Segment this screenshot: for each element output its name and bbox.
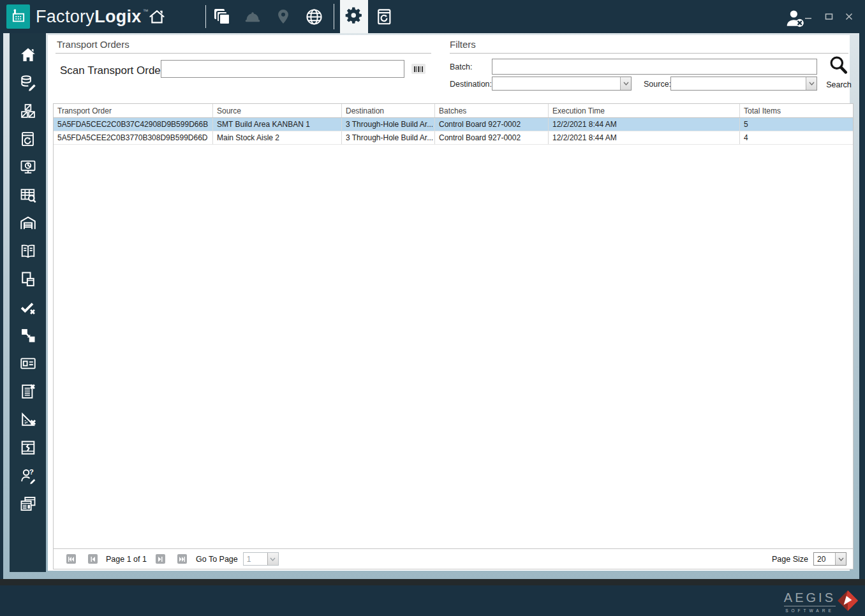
damaged-box-icon[interactable]	[19, 439, 37, 457]
table-row[interactable]: 5A5FDA5CEC2C0B37C42908D9B599D66B SMT Bui…	[54, 118, 853, 131]
aegis-brand-text: AEGIS	[784, 590, 836, 606]
column-header-transport-order[interactable]: Transport Order	[54, 104, 213, 117]
close-button[interactable]	[842, 10, 856, 24]
footer-bar: AEGIS SOFTWARE	[0, 585, 865, 616]
batch-filter-label: Batch:	[450, 62, 472, 71]
ruler-remove-icon[interactable]	[19, 411, 37, 429]
table-row[interactable]: 5A5FDA5CEE2C0B3770B308D9B599D66D Main St…	[54, 131, 853, 145]
chevron-down-icon	[806, 77, 817, 90]
cell-total-items: 4	[740, 131, 853, 144]
column-header-total-items[interactable]: Total Items	[740, 104, 853, 117]
column-header-destination[interactable]: Destination	[342, 104, 435, 117]
book-icon[interactable]	[19, 242, 37, 260]
minimize-button[interactable]	[801, 10, 815, 24]
documents-icon[interactable]	[19, 270, 37, 288]
report-windows-icon[interactable]	[19, 495, 37, 513]
factory-icon	[10, 6, 27, 27]
window-controls	[801, 0, 856, 33]
settings-gear-button-selected[interactable]	[340, 0, 368, 33]
check-reject-icon[interactable]	[19, 298, 37, 316]
transport-orders-rule	[55, 53, 431, 54]
next-page-button[interactable]	[156, 554, 165, 564]
source-filter-value	[671, 77, 806, 90]
transfer-icon[interactable]	[19, 326, 37, 344]
barcode-icon	[411, 64, 425, 74]
cell-batches: Control Board 927-0002	[435, 118, 549, 131]
source-filter-label: Source:	[644, 80, 671, 89]
database-restore-icon[interactable]	[19, 130, 37, 148]
aegis-tagline-text: SOFTWARE	[784, 608, 836, 613]
home-icon[interactable]	[147, 6, 167, 27]
go-to-page-label: Go To Page	[196, 555, 238, 564]
user-question-icon[interactable]: ?	[19, 467, 37, 485]
transport-orders-title: Transport Orders	[57, 39, 129, 50]
footer-shadow-strip	[0, 579, 865, 585]
batch-filter-input[interactable]	[492, 59, 817, 75]
grid-header-row: Transport Order Source Destination Batch…	[54, 104, 853, 118]
home-icon[interactable]	[19, 46, 37, 64]
id-card-icon[interactable]	[19, 355, 37, 372]
left-sidebar: ?	[10, 33, 46, 572]
scan-transport-order-input[interactable]	[161, 60, 404, 78]
transport-orders-grid: Transport Order Source Destination Batch…	[53, 103, 854, 569]
aegis-logo: AEGIS SOFTWARE	[784, 590, 836, 613]
destination-filter-select[interactable]	[492, 77, 632, 91]
column-header-execution-time[interactable]: Execution Time	[549, 104, 740, 117]
svg-text:?: ?	[29, 467, 33, 476]
chevron-down-icon	[267, 553, 278, 565]
search-button[interactable]: Search	[824, 54, 854, 89]
filters-title: Filters	[450, 39, 476, 50]
globe-icon[interactable]	[304, 6, 324, 27]
destination-filter-label: Destination:	[450, 80, 492, 89]
app-title-bold: Logix	[94, 7, 142, 27]
cell-destination: 3 Through-Hole Build Ar...	[342, 131, 435, 144]
main-panel: Transport Orders Filters Scan Transport …	[48, 35, 850, 571]
database-restore-icon[interactable]	[374, 6, 394, 27]
search-button-label: Search	[826, 80, 852, 89]
crates-icon[interactable]	[19, 102, 37, 120]
last-page-button[interactable]	[177, 554, 187, 564]
location-pin-icon[interactable]	[273, 6, 293, 27]
table-search-icon[interactable]	[19, 186, 37, 204]
source-filter-select[interactable]	[670, 77, 817, 91]
column-header-batches[interactable]: Batches	[435, 104, 549, 117]
first-page-button[interactable]	[66, 554, 76, 564]
column-header-source[interactable]: Source	[213, 104, 342, 117]
toolbar-divider	[205, 5, 206, 28]
layers-icon[interactable]	[212, 6, 232, 27]
database-edit-icon[interactable]	[19, 74, 37, 92]
aegis-diamond-icon	[837, 589, 859, 615]
dashboard-monitor-icon[interactable]	[19, 158, 37, 176]
page-indicator: Page 1 of 1	[106, 555, 147, 564]
go-to-page-select[interactable]: 1	[243, 552, 279, 566]
previous-page-button[interactable]	[88, 554, 98, 564]
search-icon	[827, 54, 850, 80]
destination-filter-value	[492, 77, 620, 90]
cell-execution-time: 12/2/2021 8:44 AM	[549, 118, 740, 131]
factorylogix-logo	[6, 4, 30, 29]
cell-destination: 3 Through-Hole Build Ar...	[342, 118, 435, 131]
go-to-page-value: 1	[244, 553, 267, 565]
gear-icon	[344, 6, 364, 27]
page-size-select[interactable]: 20	[813, 552, 847, 566]
cell-transport-order: 5A5FDA5CEE2C0B3770B308D9B599D66D	[54, 131, 213, 144]
cell-source: SMT Build Area KANBAN 1	[213, 118, 342, 131]
app-title: FactoryLogix™	[36, 0, 149, 33]
app-title-light: Factory	[36, 7, 94, 27]
cell-transport-order: 5A5FDA5CEC2C0B37C42908D9B599D66B	[54, 118, 213, 131]
toolbar-divider	[334, 4, 334, 29]
cell-batches: Control Board 927-0002	[435, 131, 549, 144]
warehouse-icon[interactable]	[19, 214, 37, 232]
scan-transport-order-label: Scan Transport Order:	[60, 64, 167, 77]
chevron-down-icon	[620, 77, 631, 90]
maximize-button[interactable]	[822, 10, 836, 24]
page-size-label: Page Size	[772, 555, 808, 564]
filters-rule	[450, 53, 848, 54]
grid-pager: Page 1 of 1 Go To Page 1 Page Size 20	[54, 548, 853, 569]
cell-total-items: 5	[740, 118, 853, 131]
page-size-value: 20	[814, 553, 835, 565]
top-bar: FactoryLogix™	[0, 0, 865, 33]
checklist-remove-icon[interactable]	[19, 383, 37, 400]
cell-source: Main Stock Aisle 2	[213, 131, 342, 144]
hardhat-icon[interactable]	[242, 6, 263, 27]
